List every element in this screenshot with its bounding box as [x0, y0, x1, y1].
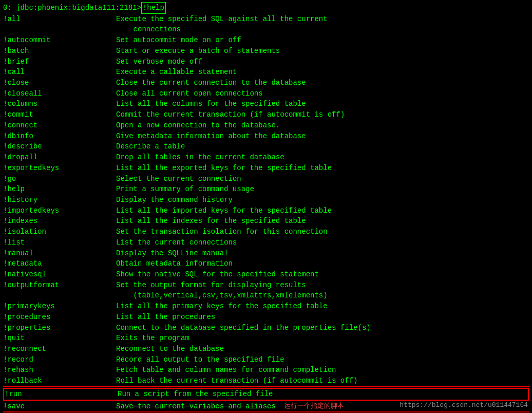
rollback-item: !rollbackRoll back the current transacti…	[3, 376, 529, 387]
list-item: !manualDisplay the SQLLine manual	[3, 248, 529, 259]
list-item: !metadataObtain metadata information	[3, 258, 529, 269]
list-item: !autocommitSet autocommit mode on or off	[3, 35, 529, 46]
list-item: !dropallDrop all tables in the current d…	[3, 152, 529, 163]
list-item: !callExecute a callable statement	[3, 67, 529, 78]
list-item: connections	[3, 24, 529, 35]
list-item: !goSelect the current connection	[3, 174, 529, 184]
list-item: !historyDisplay the command history	[3, 195, 529, 205]
list-item: !exportedkeysList all the exported keys …	[3, 163, 529, 174]
list-item: !importedkeysList all the imported keys …	[3, 205, 529, 216]
annotation-text: 运行一个指定的脚本	[284, 401, 344, 412]
list-item: !primarykeysList all the primary keys fo…	[3, 301, 529, 312]
prompt-text: 0: jdbc:phoenix:bigdata111:2181>	[3, 3, 141, 13]
command-highlight: !help	[141, 2, 166, 14]
list-item: !nativesqlShow the native SQL for the sp…	[3, 269, 529, 280]
list-item: !columnsList all the columns for the spe…	[3, 99, 529, 109]
isolation-item: !isolationSet the transaction isolation …	[3, 227, 529, 237]
list-item: !indexesList all the indexes for the spe…	[3, 216, 529, 227]
list-item: !rehashFetch table and column names for …	[3, 365, 529, 376]
list-item: !commitCommit the current transaction (i…	[3, 109, 529, 120]
list-item: !allExecute the specified SQL against al…	[3, 14, 529, 25]
list-item: !closeClose the current connection to th…	[3, 78, 529, 88]
run-item: !runRun a script from the specified file	[3, 388, 529, 401]
list-item: !propertiesConnect to the database speci…	[3, 323, 529, 333]
list-item: !helpPrint a summary of command usage	[3, 184, 529, 195]
list-item: !dbinfoGive metadata information about t…	[3, 131, 529, 142]
list-item: !listList the current connections	[3, 237, 529, 248]
list-item: (table,vertical,csv,tsv,xmlattrs,xmlelem…	[3, 290, 529, 301]
list-item: !recordRecord all output to the specifie…	[3, 354, 529, 365]
list-item: !batchStart or execute a batch of statem…	[3, 46, 529, 57]
list-item: !quitExits the program	[3, 333, 529, 344]
list-item: !reconnectReconnect to the database	[3, 344, 529, 354]
help-output: !allExecute the specified SQL against al…	[3, 14, 529, 413]
prompt-line: 0: jdbc:phoenix:bigdata111:2181> !help	[3, 2, 529, 14]
watermark: https://blog.csdn.net/u011447164	[400, 401, 528, 409]
list-item: !proceduresList all the procedures	[3, 312, 529, 323]
terminal: 0: jdbc:phoenix:bigdata111:2181> !help !…	[0, 0, 532, 413]
list-item: !describeDescribe a table	[3, 141, 529, 152]
list-item: !closeallClose all current open connecti…	[3, 88, 529, 99]
list-item: !briefSet verbose mode off	[3, 57, 529, 67]
list-item: !connectOpen a new connection to the dat…	[3, 120, 529, 131]
list-item: !outputformatSet the output format for d…	[3, 280, 529, 291]
